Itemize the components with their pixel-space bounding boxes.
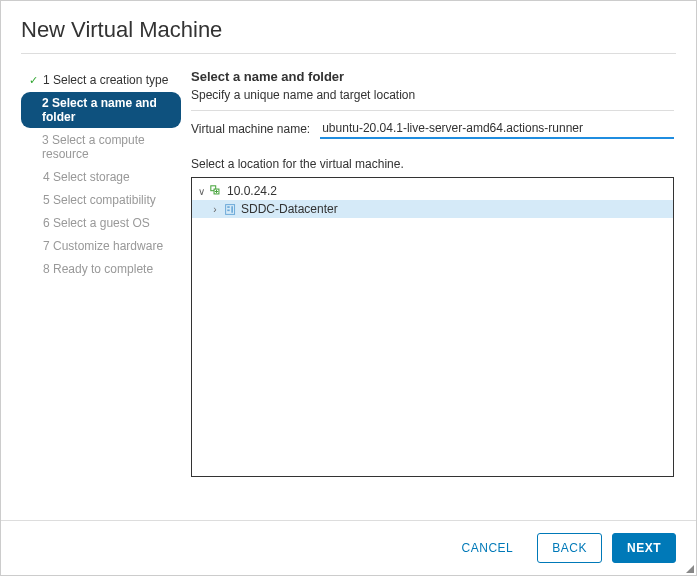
step-name-folder[interactable]: ✓ 2 Select a name and folder	[21, 92, 181, 128]
cancel-button[interactable]: CANCEL	[448, 533, 528, 563]
step-label: 2 Select a name and folder	[42, 96, 173, 124]
step-customize-hw: ✓ 7 Customize hardware	[21, 235, 181, 257]
new-vm-dialog: New Virtual Machine ✓ 1 Select a creatio…	[1, 1, 696, 575]
step-compatibility: ✓ 5 Select compatibility	[21, 189, 181, 211]
step-label: 4 Select storage	[43, 170, 130, 184]
step-compute-resource: ✓ 3 Select a compute resource	[21, 129, 181, 165]
host-icon	[210, 185, 223, 198]
svg-rect-6	[227, 209, 229, 211]
vm-name-row: Virtual machine name:	[191, 119, 674, 139]
svg-rect-4	[226, 204, 235, 214]
tree-node-label: 10.0.24.2	[227, 184, 277, 198]
step-ready-complete: ✓ 8 Ready to complete	[21, 258, 181, 280]
tree-node-datacenter[interactable]: › SDDC-Datacenter	[192, 200, 673, 218]
vm-name-label: Virtual machine name:	[191, 122, 310, 136]
svg-rect-5	[227, 206, 229, 208]
vm-name-input[interactable]	[320, 119, 674, 139]
step-label: 6 Select a guest OS	[43, 216, 150, 230]
step-label: 8 Ready to complete	[43, 262, 153, 276]
step-label: 7 Customize hardware	[43, 239, 163, 253]
location-tree[interactable]: ∨ 10.0.24.2 › SDDC-Datacenter	[191, 177, 674, 477]
dialog-title: New Virtual Machine	[21, 17, 676, 54]
step-guest-os: ✓ 6 Select a guest OS	[21, 212, 181, 234]
collapse-icon[interactable]: ∨	[196, 186, 206, 197]
tree-node-label: SDDC-Datacenter	[241, 202, 338, 216]
step-label: 1 Select a creation type	[43, 73, 168, 87]
next-button[interactable]: NEXT	[612, 533, 676, 563]
dialog-header: New Virtual Machine	[1, 1, 696, 64]
expand-icon[interactable]: ›	[210, 204, 220, 215]
section-subheading: Specify a unique name and target locatio…	[191, 88, 674, 111]
step-label: 5 Select compatibility	[43, 193, 156, 207]
resize-handle-icon[interactable]	[686, 565, 694, 573]
dialog-footer: CANCEL BACK NEXT	[1, 520, 696, 575]
back-button[interactable]: BACK	[537, 533, 602, 563]
svg-rect-7	[231, 206, 233, 213]
check-icon: ✓	[29, 74, 39, 87]
dialog-body: ✓ 1 Select a creation type ✓ 2 Select a …	[1, 64, 696, 520]
location-label: Select a location for the virtual machin…	[191, 157, 674, 171]
datacenter-icon	[224, 203, 237, 216]
tree-node-host[interactable]: ∨ 10.0.24.2	[192, 182, 673, 200]
step-storage: ✓ 4 Select storage	[21, 166, 181, 188]
step-label: 3 Select a compute resource	[42, 133, 173, 161]
section-heading: Select a name and folder	[191, 69, 674, 84]
step-creation-type[interactable]: ✓ 1 Select a creation type	[21, 69, 181, 91]
main-panel: Select a name and folder Specify a uniqu…	[181, 64, 696, 520]
wizard-steps: ✓ 1 Select a creation type ✓ 2 Select a …	[1, 64, 181, 520]
